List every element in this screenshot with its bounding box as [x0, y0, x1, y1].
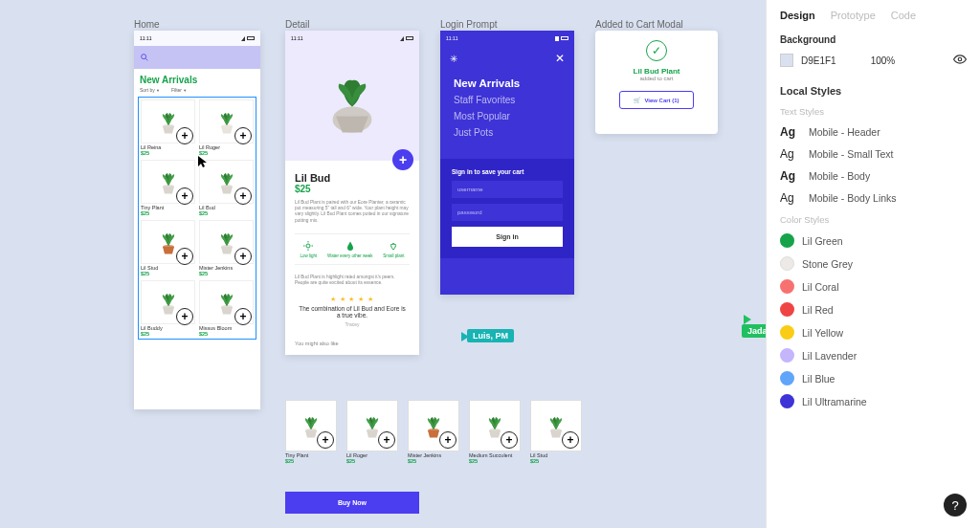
star-rating: ★ ★ ★ ★ ★	[295, 296, 410, 303]
add-button[interactable]: +	[439, 431, 457, 449]
color-swatch	[780, 302, 794, 317]
frame-home[interactable]: 11:11 New Arrivals Sort by Filter + Lil …	[134, 31, 260, 409]
background-swatch[interactable]	[780, 54, 793, 67]
product-price: $25	[285, 458, 337, 464]
product-price: $25	[469, 458, 521, 464]
filter-dropdown[interactable]: Filter	[171, 87, 187, 93]
color-style-row[interactable]: Lil Green	[780, 233, 967, 248]
text-style-row[interactable]: Ag Mobile - Body Links	[780, 191, 967, 205]
add-button[interactable]: +	[234, 248, 252, 265]
frame-label-cart[interactable]: Added to Cart Modal	[595, 19, 683, 30]
text-style-name: Mobile - Body Links	[809, 192, 897, 204]
recommended-product[interactable]: + Lil Roger $25	[346, 400, 398, 464]
tab-design[interactable]: Design	[780, 10, 815, 21]
product-price: $25	[295, 184, 410, 194]
recommended-product[interactable]: + Mister Jenkins $25	[408, 400, 459, 464]
frame-label-detail[interactable]: Detail	[285, 19, 310, 30]
product-card[interactable]: + Lil Roger $25	[199, 99, 254, 156]
text-style-preview: Ag	[780, 169, 801, 183]
nav-link[interactable]: Just Pots	[454, 127, 561, 138]
product-price: $25	[141, 210, 195, 216]
design-canvas[interactable]: Home Detail Login Prompt Added to Cart M…	[0, 0, 766, 528]
added-to-cart-text: added to cart	[639, 76, 673, 81]
product-thumbnail: +	[530, 400, 582, 451]
add-button[interactable]: +	[378, 431, 395, 449]
add-button[interactable]: +	[234, 187, 252, 205]
cart-icon: 🛒	[634, 97, 640, 103]
frame-added-to-cart-modal[interactable]: ✓ Lil Bud Plant added to cart 🛒 View Car…	[595, 31, 718, 134]
username-field[interactable]: username	[452, 181, 563, 198]
status-bar: 11:11	[285, 31, 419, 46]
success-check-icon: ✓	[646, 40, 667, 61]
text-style-row[interactable]: Ag Mobile - Body	[780, 169, 967, 183]
nav-link[interactable]: Staff Favorites	[454, 95, 561, 105]
text-style-row[interactable]: Ag Mobile - Header	[780, 125, 967, 139]
product-card[interactable]: + Mister Jenkins $25	[199, 220, 254, 276]
add-button[interactable]: +	[234, 308, 252, 325]
help-button[interactable]: ?	[944, 494, 967, 517]
mouse-cursor	[197, 155, 209, 168]
product-card[interactable]: + Tiny Plant $25	[141, 160, 195, 216]
product-name: Lil Bud	[295, 172, 410, 184]
recommended-product[interactable]: + Lil Stud $25	[530, 400, 582, 464]
properties-panel: Design Prototype Code Background D9E1F1 …	[766, 0, 980, 528]
color-style-row[interactable]: Lil Coral	[780, 279, 967, 294]
frame-login-prompt[interactable]: 11:11 ✳ ✕ New ArrivalsStaff FavoritesMos…	[440, 31, 574, 295]
color-style-row[interactable]: Stone Grey	[780, 256, 967, 271]
add-button[interactable]: +	[176, 187, 193, 205]
care-attribute: Water every other week	[327, 240, 372, 258]
home-search-bar[interactable]	[134, 46, 260, 69]
background-opacity[interactable]: 100%	[871, 55, 896, 66]
add-button[interactable]: +	[176, 308, 193, 325]
view-cart-button[interactable]: 🛒 View Cart (1)	[619, 91, 693, 109]
color-style-row[interactable]: Lil Blue	[780, 371, 967, 385]
sparkle-icon: ✳	[450, 54, 457, 64]
status-bar: 11:11	[440, 31, 574, 46]
search-icon	[140, 53, 149, 62]
recommended-product[interactable]: + Medium Succulent $25	[469, 400, 521, 464]
text-style-name: Mobile - Small Text	[809, 148, 894, 160]
product-card[interactable]: + Lil Buddy $25	[141, 280, 195, 337]
signin-button[interactable]: Sign in	[452, 227, 563, 247]
color-swatch	[780, 279, 794, 294]
sort-dropdown[interactable]: Sort by	[140, 87, 160, 93]
review-author: Tracey	[295, 321, 410, 327]
add-button[interactable]: +	[176, 127, 193, 144]
product-card[interactable]: + Lil Stud $25	[141, 220, 195, 276]
close-icon[interactable]: ✕	[555, 52, 565, 65]
add-button[interactable]: +	[234, 127, 252, 144]
password-field[interactable]: password	[452, 204, 563, 221]
buy-now-button[interactable]: Buy Now	[285, 492, 419, 514]
background-hex[interactable]: D9E1F1	[801, 55, 836, 66]
nav-link[interactable]: New Arrivals	[454, 77, 561, 89]
review-text: The combination of Lil Bud and Eore is a…	[295, 305, 410, 319]
new-arrivals-heading: New Arrivals	[134, 69, 260, 87]
add-to-cart-fab[interactable]: +	[392, 149, 413, 170]
add-button[interactable]: +	[562, 431, 579, 449]
color-swatch	[780, 371, 794, 385]
product-price: $25	[141, 150, 195, 156]
frame-detail[interactable]: 11:11 + Lil Bud $25 Lil Bud Plant is pai…	[285, 31, 419, 355]
tab-prototype[interactable]: Prototype	[831, 10, 876, 21]
text-style-row[interactable]: Ag Mobile - Small Text	[780, 147, 967, 161]
product-card[interactable]: + Missus Bloom $25	[199, 280, 254, 337]
svg-line-1	[145, 58, 147, 60]
status-bar: 11:11	[134, 31, 260, 46]
color-style-name: Lil Lavender	[802, 350, 857, 362]
frame-label-login[interactable]: Login Prompt	[440, 19, 497, 30]
tab-code[interactable]: Code	[891, 10, 916, 21]
product-card[interactable]: + Lil Reina $25	[141, 99, 195, 156]
add-button[interactable]: +	[176, 248, 193, 265]
nav-link[interactable]: Most Popular	[454, 111, 561, 121]
color-style-row[interactable]: Lil Red	[780, 302, 967, 317]
color-style-row[interactable]: Lil Lavender	[780, 348, 967, 363]
you-might-also-like-label: You might also like	[295, 341, 410, 346]
visibility-toggle-icon[interactable]	[953, 53, 967, 68]
color-style-row[interactable]: Lil Ultramarine	[780, 394, 967, 408]
color-style-row[interactable]: Lil Yellow	[780, 325, 967, 340]
frame-label-home[interactable]: Home	[134, 19, 160, 30]
recommended-product[interactable]: + Tiny Plant $25	[285, 400, 337, 464]
add-button[interactable]: +	[317, 431, 334, 449]
add-button[interactable]: +	[501, 431, 518, 449]
color-styles-heading: Color Styles	[780, 214, 967, 225]
